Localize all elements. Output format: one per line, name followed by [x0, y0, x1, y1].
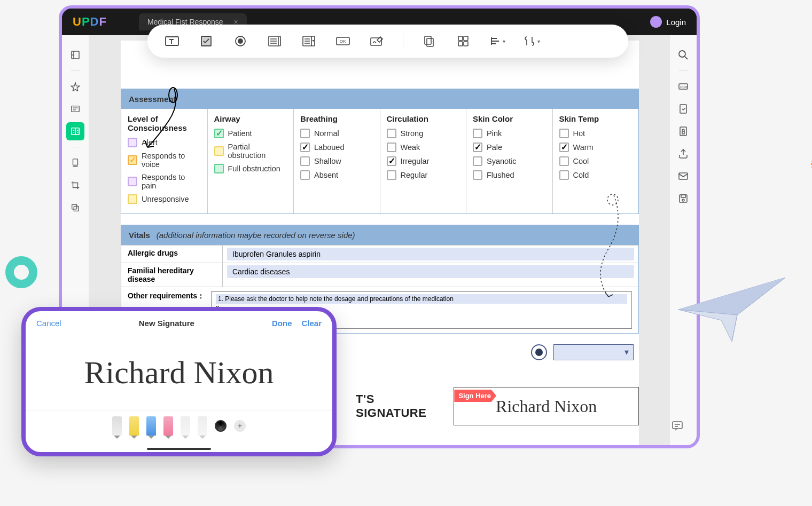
radio-field[interactable]	[531, 344, 547, 360]
phone-title: New Signature	[61, 319, 272, 328]
col-circulation: Circulation Strong Weak Irregular Regula…	[380, 109, 467, 214]
avatar-icon	[650, 16, 662, 28]
comments-icon[interactable]	[671, 420, 687, 436]
svg-text:OCR: OCR	[680, 85, 688, 89]
svg-rect-14	[679, 173, 688, 179]
checkbox[interactable]	[559, 170, 569, 180]
checkbox[interactable]	[300, 129, 310, 138]
ocr-icon[interactable]: OCR	[674, 77, 692, 96]
checkbox[interactable]	[473, 170, 482, 180]
col-breathing: Breathing Normal Laboued Shallow Absent	[294, 109, 380, 214]
checkbox[interactable]	[300, 143, 310, 152]
email-icon[interactable]	[674, 167, 692, 185]
checkbox[interactable]	[300, 156, 310, 166]
login-button[interactable]: Login	[650, 16, 686, 28]
pencil-icon[interactable]	[181, 416, 190, 436]
signature-canvas[interactable]: Richard Nixon	[26, 335, 332, 410]
eraser-icon[interactable]	[163, 416, 173, 436]
bookmark-icon[interactable]	[66, 77, 84, 96]
checkbox[interactable]	[387, 129, 396, 138]
checkbox[interactable]	[128, 155, 137, 165]
signature-field[interactable]: Sign Here Richard Nixon	[454, 387, 639, 425]
paper-plane-icon	[673, 272, 791, 347]
copy-tool-icon[interactable]	[420, 33, 438, 50]
crop-icon[interactable]	[66, 176, 84, 194]
phone-mockup: Cancel New Signature Done Clear Richard …	[21, 307, 337, 456]
svg-rect-4	[72, 204, 77, 209]
col-airway: Airway Patient Partial obstruction Full …	[208, 109, 294, 214]
button-tool-icon[interactable]: OK	[334, 33, 352, 50]
svg-rect-30	[458, 36, 463, 41]
checkbox[interactable]	[214, 146, 224, 156]
checkbox[interactable]	[559, 156, 569, 166]
checkbox[interactable]	[387, 143, 396, 152]
right-sidebar: OCR	[670, 35, 697, 445]
align-tool-icon[interactable]: ▾	[489, 33, 506, 50]
signature-tool-icon[interactable]	[369, 33, 386, 50]
clear-button[interactable]: Clear	[301, 319, 322, 328]
familial-input[interactable]: Cardiac diseases	[227, 265, 634, 278]
form-toolbar: OK ▾ ▾	[147, 25, 628, 58]
dropdown-tool-icon[interactable]	[266, 33, 283, 50]
svg-rect-31	[464, 36, 468, 41]
checkbox[interactable]	[128, 177, 137, 186]
svg-point-17	[682, 199, 684, 201]
form-icon[interactable]	[66, 122, 84, 140]
color-picker-icon[interactable]	[215, 420, 227, 432]
svg-rect-28	[425, 36, 431, 44]
svg-rect-16	[681, 195, 685, 197]
listbox-tool-icon[interactable]	[300, 33, 317, 50]
protect-icon[interactable]	[674, 122, 692, 140]
checkbox[interactable]	[128, 194, 137, 204]
checkbox[interactable]	[214, 129, 224, 138]
allergic-input[interactable]: Ibuprofen Granules aspirin	[227, 248, 634, 260]
col-skincolor: Skin Color Pink Pale Syanotic Flushed	[466, 109, 553, 214]
vitals-title: Vitals(additional information maybe reco…	[121, 225, 638, 245]
textfield-tool-icon[interactable]	[163, 33, 181, 50]
pen-blue-icon[interactable]	[146, 416, 156, 436]
layers-icon[interactable]	[66, 199, 84, 217]
checkbox[interactable]	[387, 170, 396, 180]
convert-icon[interactable]	[674, 100, 692, 118]
search-icon[interactable]	[674, 46, 692, 64]
familial-label: Familial hereditary disease	[121, 263, 223, 287]
svg-rect-33	[464, 42, 468, 46]
checkbox[interactable]	[559, 143, 569, 152]
pen-black-icon[interactable]	[112, 416, 122, 436]
thumbnails-icon[interactable]	[66, 46, 84, 64]
checkbox[interactable]	[473, 129, 482, 138]
pages-icon[interactable]	[66, 154, 84, 172]
svg-rect-11	[680, 105, 686, 113]
svg-text:OK: OK	[340, 39, 346, 44]
decorative-dotted-arrow	[592, 190, 624, 302]
done-button[interactable]: Done	[272, 319, 292, 328]
checkbox-tool-icon[interactable]	[198, 33, 215, 50]
svg-rect-3	[73, 159, 78, 165]
checkbox[interactable]	[559, 129, 569, 138]
cancel-button[interactable]: Cancel	[36, 319, 61, 328]
decorative-donut	[5, 256, 37, 288]
checkbox[interactable]	[473, 143, 482, 152]
checkbox[interactable]	[214, 164, 224, 173]
pen-highlighter-icon[interactable]	[129, 416, 139, 436]
signature-value: Richard Nixon	[496, 397, 597, 416]
svg-rect-5	[74, 206, 79, 211]
save-icon[interactable]	[674, 189, 692, 208]
add-tool-button[interactable]: +	[234, 420, 246, 432]
checkbox[interactable]	[300, 170, 310, 180]
assessment-table: Assessment Level of Consciousness Alert …	[121, 89, 639, 214]
dropdown-field[interactable]	[553, 344, 634, 360]
share-icon[interactable]	[674, 145, 692, 163]
tools-icon[interactable]: ▾	[523, 33, 540, 50]
radio-tool-icon[interactable]	[232, 33, 249, 50]
checkbox[interactable]	[128, 138, 137, 147]
assessment-title: Assessment	[121, 89, 638, 109]
annotation-icon[interactable]	[66, 100, 84, 118]
signature-label: T'S SIGNATURE	[356, 392, 445, 420]
svg-rect-32	[458, 42, 463, 46]
checkbox[interactable]	[473, 156, 482, 166]
checkbox[interactable]	[387, 156, 396, 166]
ruler-icon[interactable]	[198, 416, 207, 436]
svg-point-7	[607, 194, 618, 205]
grid-tool-icon[interactable]	[455, 33, 472, 50]
